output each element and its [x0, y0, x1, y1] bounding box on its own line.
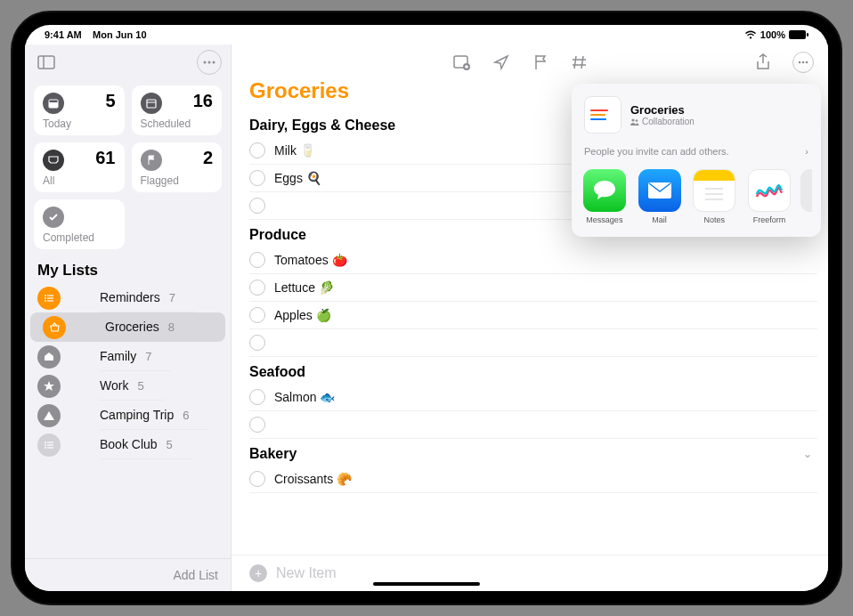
- sidebar-item-groceries[interactable]: Groceries8: [30, 312, 225, 342]
- list-name: Reminders: [100, 290, 160, 304]
- svg-point-26: [799, 61, 801, 64]
- radio-icon[interactable]: [249, 252, 265, 268]
- calendar-icon: [43, 93, 64, 114]
- share-apps: Messages Mail Notes Freeform: [572, 166, 821, 224]
- mail-icon: [638, 169, 681, 212]
- reminder-row[interactable]: Croissants 🥐: [249, 466, 817, 493]
- share-app-notes[interactable]: Notes: [691, 169, 739, 224]
- radio-icon[interactable]: [249, 307, 265, 323]
- svg-point-5: [208, 61, 211, 64]
- sidebar-item-bookclub[interactable]: Book Club5: [25, 430, 231, 459]
- more-icon[interactable]: [197, 50, 222, 75]
- share-app-label: Mail: [652, 215, 667, 224]
- reminder-row[interactable]: Lettuce 🥬: [249, 274, 817, 302]
- radio-icon[interactable]: [249, 280, 265, 296]
- reminder-text: Lettuce 🥬: [274, 280, 334, 295]
- share-app-label: Freeform: [753, 215, 786, 224]
- new-item-button[interactable]: + New Item: [232, 555, 828, 591]
- list-name: Book Club: [100, 437, 158, 451]
- main-toolbar: [232, 45, 828, 75]
- smart-completed[interactable]: Completed: [34, 199, 125, 249]
- radio-icon[interactable]: [249, 417, 265, 433]
- radio-icon[interactable]: [249, 335, 265, 351]
- smart-scheduled[interactable]: 16 Scheduled: [132, 85, 223, 135]
- smart-flagged[interactable]: 2 Flagged: [132, 142, 223, 192]
- calendar-icon: [141, 93, 162, 114]
- home-indicator[interactable]: [373, 582, 480, 586]
- sidebar-item-work[interactable]: Work5: [25, 371, 231, 401]
- chevron-down-icon[interactable]: ⌄: [803, 448, 812, 460]
- battery-icon: [789, 30, 808, 39]
- hashtag-icon[interactable]: [570, 53, 589, 72]
- smart-today-count: 5: [105, 91, 115, 111]
- radio-icon[interactable]: [249, 471, 265, 487]
- flag-icon: [141, 150, 162, 171]
- share-title: Groceries: [630, 103, 695, 117]
- reminder-text: Eggs 🍳: [274, 171, 321, 185]
- list-count: 7: [169, 291, 183, 304]
- svg-point-27: [802, 61, 805, 64]
- group-header-seafood[interactable]: Seafood: [249, 357, 828, 384]
- add-list-button[interactable]: Add List: [25, 558, 231, 591]
- sidebar-item-family[interactable]: Family7: [25, 342, 231, 371]
- invite-settings[interactable]: People you invite can add others. ›: [572, 141, 821, 166]
- share-mode[interactable]: Collaboration: [630, 117, 695, 126]
- svg-point-18: [45, 442, 46, 443]
- my-lists-header: My Lists: [25, 253, 231, 283]
- smart-lists: 5 Today 16 Scheduled 61 All 2 Flagged: [25, 78, 231, 253]
- svg-point-28: [806, 61, 808, 64]
- people-icon: [630, 118, 639, 126]
- list-name: Family: [100, 349, 136, 363]
- svg-point-30: [636, 119, 638, 122]
- share-app-messages[interactable]: Messages: [581, 169, 629, 224]
- share-app-more[interactable]: [800, 169, 812, 212]
- radio-icon[interactable]: [249, 142, 265, 158]
- reminder-row-empty[interactable]: [249, 411, 817, 439]
- reminder-row[interactable]: Salmon 🐟: [249, 384, 817, 411]
- svg-rect-19: [47, 442, 53, 442]
- list-name: Groceries: [105, 320, 159, 334]
- svg-point-14: [45, 297, 46, 299]
- svg-rect-17: [47, 300, 53, 301]
- document-thumbnail-icon: [584, 96, 621, 134]
- list-name: Work: [100, 378, 128, 393]
- svg-point-16: [45, 300, 46, 302]
- toggle-sidebar-icon[interactable]: [34, 50, 59, 75]
- reminder-row[interactable]: Tomatoes 🍅: [249, 247, 817, 274]
- location-icon[interactable]: [491, 53, 511, 72]
- list-name: Camping Trip: [100, 408, 174, 422]
- reminder-row[interactable]: Apples 🍏: [249, 302, 817, 329]
- group-header-bakery[interactable]: Bakery⌄: [249, 439, 828, 466]
- list-bullet-icon: [37, 287, 61, 310]
- sidebar-item-camping[interactable]: Camping Trip6: [25, 401, 231, 430]
- chevron-right-icon: ›: [805, 146, 808, 157]
- status-right: 100%: [744, 29, 808, 40]
- sidebar-item-reminders[interactable]: Reminders7: [25, 283, 231, 312]
- battery-percent: 100%: [760, 29, 785, 40]
- radio-icon[interactable]: [249, 198, 265, 214]
- smart-today[interactable]: 5 Today: [34, 85, 125, 135]
- calendar-badge-icon[interactable]: [452, 53, 472, 72]
- radio-icon[interactable]: [249, 170, 265, 186]
- sidebar: 5 Today 16 Scheduled 61 All 2 Flagged: [25, 45, 232, 591]
- share-app-freeform[interactable]: Freeform: [745, 169, 793, 224]
- svg-rect-0: [789, 30, 806, 39]
- reminder-row-empty[interactable]: [249, 329, 817, 357]
- radio-icon[interactable]: [249, 389, 265, 405]
- screen: 9:41 AM Mon Jun 10 100% •••: [25, 25, 828, 591]
- more-icon[interactable]: [792, 52, 814, 73]
- share-sheet: Groceries Collaboration People you invit…: [572, 84, 821, 237]
- wifi-icon: [744, 30, 757, 39]
- house-icon: [37, 345, 61, 369]
- flag-icon[interactable]: [531, 53, 550, 72]
- reminder-text: Tomatoes 🍅: [274, 253, 347, 267]
- smart-flagged-count: 2: [203, 148, 213, 168]
- smart-scheduled-label: Scheduled: [141, 118, 214, 130]
- reminder-text: Milk 🥛: [274, 143, 315, 158]
- status-left: 9:41 AM Mon Jun 10: [45, 29, 147, 40]
- smart-all-count: 61: [95, 148, 115, 168]
- share-icon[interactable]: [753, 53, 773, 72]
- share-app-mail[interactable]: Mail: [636, 169, 684, 224]
- smart-all[interactable]: 61 All: [34, 142, 125, 192]
- smart-all-label: All: [43, 174, 116, 187]
